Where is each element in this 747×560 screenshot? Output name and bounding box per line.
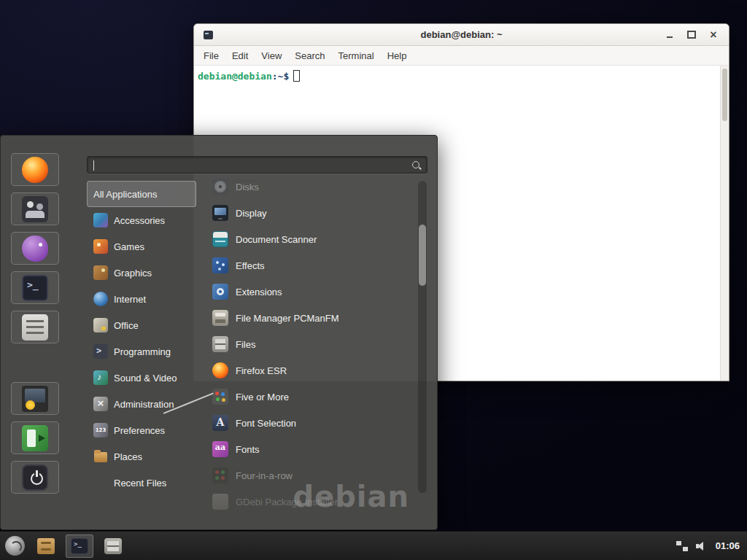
minimize-icon[interactable] xyxy=(665,30,675,40)
terminal-task-button[interactable] xyxy=(66,534,93,558)
firefox-button[interactable] xyxy=(11,153,59,186)
file-manager-button[interactable] xyxy=(11,311,59,343)
application-icon xyxy=(212,310,228,326)
terminal-menu-item[interactable]: File xyxy=(197,46,225,66)
application-label: Extensions xyxy=(236,287,282,298)
session-icon xyxy=(22,386,48,412)
terminal-scrollbar[interactable] xyxy=(720,66,729,381)
shutdown-button[interactable] xyxy=(11,461,59,494)
search-bar[interactable] xyxy=(87,156,427,174)
contacts-button[interactable] xyxy=(11,192,59,225)
application-item[interactable]: Document Scanner xyxy=(208,226,417,252)
session-icon xyxy=(22,464,48,491)
application-item[interactable]: Disks xyxy=(208,174,417,200)
file-manager-drawer-button[interactable] xyxy=(32,534,60,558)
category-list: All Applications Accessories Games Graph… xyxy=(87,181,196,496)
category-label: Accessories xyxy=(114,215,165,226)
terminal-button[interactable] xyxy=(11,271,59,304)
category-item[interactable]: Sound & Video xyxy=(87,365,196,391)
category-item[interactable]: Office xyxy=(87,312,196,338)
application-label: File Manager PCManFM xyxy=(236,313,339,324)
category-icon xyxy=(93,265,108,280)
category-label: Internet xyxy=(114,294,146,305)
favorite-icon xyxy=(22,196,48,222)
category-item[interactable]: All Applications xyxy=(87,181,196,207)
session-icon xyxy=(22,425,48,451)
category-item[interactable]: Accessories xyxy=(87,207,196,233)
category-label: Recent Files xyxy=(114,478,166,489)
terminal-menu-item[interactable]: Edit xyxy=(225,46,255,66)
category-icon xyxy=(93,344,108,359)
terminal-titlebar[interactable]: debian@debian: ~ xyxy=(194,24,729,46)
terminal-menu-item[interactable]: Help xyxy=(381,46,414,66)
category-item[interactable]: Administration xyxy=(87,391,196,417)
network-icon[interactable] xyxy=(676,541,688,551)
application-label: Display xyxy=(236,208,267,219)
terminal-scrollbar-thumb[interactable] xyxy=(722,69,727,121)
application-item[interactable]: Fonts xyxy=(208,436,417,462)
logout-button[interactable] xyxy=(11,421,59,454)
application-label: Font Selection xyxy=(236,418,296,429)
application-item[interactable]: Files xyxy=(208,331,417,357)
application-item[interactable]: Five or More xyxy=(208,384,417,410)
category-label: Places xyxy=(114,451,142,462)
launcher-icon xyxy=(37,538,55,554)
application-label: Fonts xyxy=(236,444,260,455)
application-label: Four-in-a-row xyxy=(236,470,293,481)
application-icon xyxy=(212,362,228,378)
menu-scrollbar[interactable] xyxy=(418,181,427,493)
application-item[interactable]: File Manager PCManFM xyxy=(208,305,417,331)
category-label: Programming xyxy=(114,346,171,357)
category-item[interactable]: Programming xyxy=(87,338,196,365)
application-icon xyxy=(212,336,228,352)
application-icon xyxy=(212,205,228,221)
application-icon xyxy=(212,467,228,483)
application-item[interactable]: Font Selection xyxy=(208,410,417,436)
terminal-menu-item[interactable]: Terminal xyxy=(332,46,381,66)
application-item[interactable]: Firefox ESR xyxy=(208,357,417,384)
category-item[interactable]: Graphics xyxy=(87,260,196,286)
application-item[interactable]: Extensions xyxy=(208,279,417,305)
category-item[interactable]: Preferences xyxy=(87,417,196,443)
category-item[interactable]: Internet xyxy=(87,286,196,312)
terminal-menubar: FileEditViewSearchTerminalHelp xyxy=(194,46,729,66)
taskbar: 01:06 xyxy=(0,531,747,560)
application-item[interactable]: Display xyxy=(208,200,417,226)
prompt-user-host: debian@debian xyxy=(198,71,272,82)
favorite-icon xyxy=(22,314,48,341)
system-tray: 01:06 xyxy=(676,540,747,551)
category-icon xyxy=(93,423,108,438)
session-column xyxy=(11,382,59,494)
lock-screen-button[interactable] xyxy=(11,382,59,415)
files-task-button[interactable] xyxy=(99,534,127,558)
application-item[interactable]: Effects xyxy=(208,252,417,279)
terminal-menu-item[interactable]: View xyxy=(255,46,288,66)
application-label: Disks xyxy=(236,182,259,192)
maximize-icon[interactable] xyxy=(686,30,697,40)
category-item[interactable]: Games xyxy=(87,233,196,260)
close-icon[interactable] xyxy=(708,30,719,40)
application-icon xyxy=(212,231,228,247)
application-label: Files xyxy=(236,339,255,350)
category-icon xyxy=(93,370,108,385)
category-label: Administration xyxy=(114,399,174,410)
terminal-menu-item[interactable]: Search xyxy=(288,46,331,66)
favorite-icon xyxy=(22,275,48,301)
application-label: Firefox ESR xyxy=(236,365,287,376)
terminal-app-icon xyxy=(204,31,213,39)
category-icon xyxy=(93,292,108,306)
terminal-prompt-line: debian@debian:~$ xyxy=(198,70,727,82)
favorites-column xyxy=(11,153,59,343)
search-input[interactable] xyxy=(94,158,406,172)
clock[interactable]: 01:06 xyxy=(716,540,740,551)
terminal-cursor xyxy=(293,70,300,82)
application-icon xyxy=(212,257,228,273)
category-icon xyxy=(93,449,108,464)
category-item[interactable]: Places xyxy=(87,443,196,470)
pidgin-button[interactable] xyxy=(11,232,59,265)
prompt-path: :~$ xyxy=(272,71,289,82)
category-item[interactable]: Recent Files xyxy=(87,470,196,496)
volume-icon[interactable] xyxy=(696,541,708,551)
menu-scrollbar-thumb[interactable] xyxy=(419,225,426,286)
menu-button[interactable] xyxy=(0,532,29,560)
